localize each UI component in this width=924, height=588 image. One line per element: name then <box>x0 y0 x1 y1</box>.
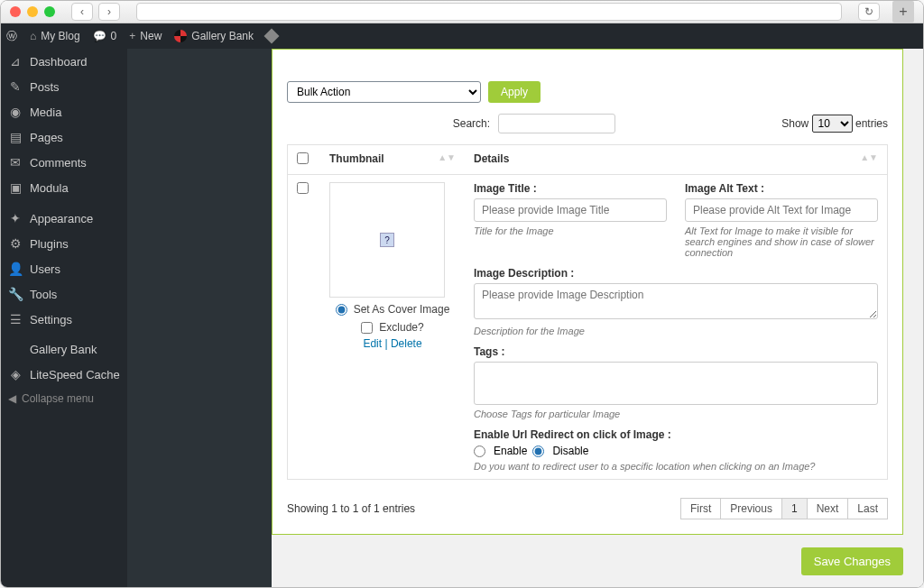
pager-page-1[interactable]: 1 <box>782 498 808 519</box>
image-title-input[interactable] <box>474 198 667 222</box>
sidebar-item-tools[interactable]: 🔧Tools <box>1 281 127 307</box>
delete-link[interactable]: Delete <box>391 337 422 350</box>
details-header: Details <box>474 152 509 165</box>
sidebar-item-dashboard[interactable]: ⊿Dashboard <box>1 49 127 74</box>
search-label: Search: <box>453 117 490 130</box>
browser-forward-button[interactable]: › <box>98 3 120 21</box>
select-all-checkbox[interactable] <box>297 152 309 164</box>
browser-newtab-button[interactable]: + <box>892 1 914 23</box>
image-desc-input[interactable] <box>474 283 878 319</box>
sidebar-item-label: Appearance <box>30 212 93 225</box>
sidebar-item-media[interactable]: ◉Media <box>1 99 127 124</box>
bulk-action-select[interactable]: Bulk Action <box>287 81 481 103</box>
sidebar-item-label: Tools <box>30 288 57 301</box>
pager-next[interactable]: Next <box>808 498 849 519</box>
exclude-label: Exclude? <box>379 321 423 334</box>
edit-link[interactable]: Edit <box>363 337 382 350</box>
entries-label: entries <box>855 117 888 130</box>
thumbnail-header: Thumbnail <box>329 152 384 165</box>
sidebar-item-litespeed-cache[interactable]: ◈LiteSpeed Cache <box>1 362 127 387</box>
pager-first[interactable]: First <box>680 498 721 519</box>
menu-icon: ◉ <box>8 105 23 119</box>
adminbar-comments-count: 0 <box>111 30 117 42</box>
wp-submenu <box>127 49 272 588</box>
apply-button[interactable]: Apply <box>488 81 541 103</box>
sidebar-item-label: Media <box>30 106 61 119</box>
sidebar-item-settings[interactable]: ☰Settings <box>1 307 127 332</box>
menu-icon: ☰ <box>8 312 23 326</box>
browser-back-button[interactable]: ‹ <box>71 3 93 21</box>
redirect-help: Do you want to redirect user to a specif… <box>474 461 878 472</box>
pagination: First Previous 1 Next Last <box>680 498 888 519</box>
browser-refresh-button[interactable]: ↻ <box>858 3 880 21</box>
save-changes-button[interactable]: Save Changes <box>801 547 903 575</box>
adminbar-comments-link[interactable]: 💬0 <box>93 30 117 42</box>
browser-url-bar[interactable] <box>136 3 842 21</box>
maximize-window-icon[interactable] <box>44 6 55 17</box>
gallery-panel: Bulk Action Apply Search: Show <box>272 67 903 535</box>
enable-label: Enable <box>494 445 527 457</box>
search-input[interactable] <box>498 114 615 133</box>
adminbar-site-label: My Blog <box>41 30 79 42</box>
adminbar-diamond-icon[interactable] <box>266 31 277 41</box>
sidebar-item-modula[interactable]: ▣Modula <box>1 175 127 200</box>
sidebar-item-label: Gallery Bank <box>30 343 97 356</box>
sidebar-item-gallery-bank[interactable]: Gallery Bank <box>1 337 127 362</box>
adminbar-gallery-label: Gallery Bank <box>191 30 254 42</box>
row-checkbox[interactable] <box>297 182 309 194</box>
redirect-label: Enable Url Redirect on click of Image : <box>474 428 878 441</box>
collapse-icon: ◀ <box>8 392 16 405</box>
image-alt-help: Alt Text for Image to make it visible fo… <box>685 225 878 258</box>
adminbar-new-label: New <box>140 30 162 42</box>
pager-last[interactable]: Last <box>848 498 888 519</box>
disable-redirect-radio[interactable] <box>532 446 544 457</box>
sidebar-item-users[interactable]: 👤Users <box>1 256 127 281</box>
menu-icon: ✦ <box>8 211 23 225</box>
thumbnail-preview[interactable]: ? <box>329 182 445 298</box>
menu-icon: 🔧 <box>8 287 23 301</box>
adminbar-new-link[interactable]: +New <box>129 30 162 42</box>
sidebar-item-comments[interactable]: ✉Comments <box>1 150 127 175</box>
sidebar-item-plugins[interactable]: ⚙Plugins <box>1 231 127 256</box>
enable-redirect-radio[interactable] <box>474 446 485 457</box>
gallerybank-icon <box>174 30 187 42</box>
menu-icon: ◈ <box>8 367 23 381</box>
wp-adminbar: ⓦ ⌂My Blog 💬0 +New Gallery Bank <box>1 23 923 49</box>
menu-icon: ✉ <box>8 155 23 170</box>
broken-image-icon: ? <box>380 233 394 247</box>
exclude-checkbox[interactable] <box>361 322 373 334</box>
image-alt-label: Image Alt Text : <box>685 182 878 195</box>
sidebar-item-label: LiteSpeed Cache <box>30 368 120 381</box>
pager-prev[interactable]: Previous <box>721 498 782 519</box>
menu-icon: 👤 <box>8 262 23 276</box>
image-title-label: Image Title : <box>474 182 667 195</box>
collapse-menu[interactable]: ◀Collapse menu <box>1 387 127 410</box>
show-entries-select[interactable]: 10 <box>812 115 853 133</box>
sidebar-item-label: Posts <box>30 80 60 94</box>
minimize-window-icon[interactable] <box>27 6 38 17</box>
close-window-icon[interactable] <box>10 6 21 17</box>
sidebar-item-appearance[interactable]: ✦Appearance <box>1 206 127 231</box>
image-title-help: Title for the Image <box>474 225 667 236</box>
show-label: Show <box>781 117 808 130</box>
set-cover-radio[interactable] <box>336 304 347 316</box>
adminbar-gallerybank-link[interactable]: Gallery Bank <box>174 30 254 42</box>
tags-input[interactable] <box>474 362 878 405</box>
menu-icon: ▣ <box>8 180 23 195</box>
image-desc-help: Description for the Image <box>474 326 878 336</box>
sidebar-item-label: Comments <box>30 156 87 170</box>
sidebar-item-label: Modula <box>30 181 69 195</box>
sidebar-item-pages[interactable]: ▤Pages <box>1 124 127 150</box>
image-alt-input[interactable] <box>685 198 878 222</box>
sidebar-item-label: Dashboard <box>30 55 88 69</box>
image-desc-label: Image Description : <box>474 267 878 280</box>
menu-icon: ▤ <box>8 130 23 144</box>
menu-icon: ⚙ <box>8 236 23 251</box>
wp-logo-icon[interactable]: ⓦ <box>6 29 17 44</box>
wp-sidebar: ⊿Dashboard✎Posts◉Media▤Pages✉Comments▣Mo… <box>1 49 127 588</box>
sidebar-item-label: Users <box>30 262 60 276</box>
tags-label: Tags : <box>474 345 878 358</box>
adminbar-site-link[interactable]: ⌂My Blog <box>30 30 80 42</box>
sidebar-item-posts[interactable]: ✎Posts <box>1 74 127 99</box>
set-cover-label: Set As Cover Image <box>354 303 450 316</box>
